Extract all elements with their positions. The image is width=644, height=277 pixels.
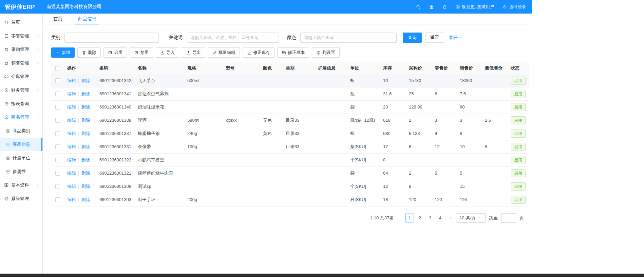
edit-link[interactable]: 编辑 [67,197,76,202]
sidebar-subitem-measure-unit[interactable]: 计量单位 [0,151,42,165]
correct-stock-button[interactable]: 修正库存 [243,47,274,58]
table-cell: 15 [456,180,481,193]
table-cell [222,193,260,206]
row-checkbox[interactable] [55,144,60,149]
logout-button[interactable]: 退出登录 [502,4,526,10]
row-checkbox[interactable] [55,105,60,110]
export-button[interactable]: 导出 [182,47,205,58]
sidebar-item-basic[interactable]: 基本资料 [0,178,42,192]
row-checkbox[interactable] [55,158,60,162]
disable-button[interactable]: 禁用 [130,47,153,58]
select-all-checkbox[interactable] [55,66,60,71]
table-cell [184,180,222,193]
edit-link[interactable]: 编辑 [67,104,76,110]
row-checkbox[interactable] [55,92,60,96]
table-cell [260,180,282,193]
delete-link[interactable]: 删除 [81,144,90,149]
tab-home[interactable]: 首页 [53,14,62,24]
sidebar-item-home[interactable]: 首页 [0,16,42,29]
page-button-2[interactable]: 2 [415,214,424,222]
cost-icon [282,51,286,55]
topbar-actions: 欢迎您, 测试用户 退出登录 [416,4,532,10]
sidebar-item-report[interactable]: 报表查询 [0,97,42,111]
bell-icon[interactable] [442,4,447,9]
jump-page-input[interactable] [501,213,516,223]
sidebar-item-purchase[interactable]: 采购管理 [0,43,42,56]
page-size-select[interactable]: 10 条/页 [456,213,486,223]
bank-icon[interactable] [429,4,434,9]
prev-page-button[interactable] [397,216,401,220]
expand-toggle[interactable]: 展开 [449,35,462,41]
correct-cost-button[interactable]: 修正成本 [277,47,309,58]
table-cell: 电子手环 [134,193,184,206]
column-settings-button[interactable]: 列设置 [312,47,340,58]
table-cell: 瓶 [347,127,380,140]
enable-icon [108,51,112,55]
next-page-button[interactable] [449,216,453,220]
keyword-input[interactable] [187,33,279,43]
table-cell: 3 [431,114,456,127]
search-button[interactable]: 查询 [403,33,422,43]
table-cell [260,193,282,206]
welcome-user[interactable]: 欢迎您, 测试用户 [455,4,494,10]
delete-link[interactable]: 删除 [81,197,90,202]
stock-icon [247,51,251,55]
table-cell [481,127,507,140]
edit-link[interactable]: 编辑 [67,171,76,176]
table-cell [431,74,456,87]
sidebar-item-product[interactable]: 商品管理 [0,111,42,124]
table-cell: 啤酒 [134,114,184,127]
tab-product-info[interactable]: 商品信息 [78,14,96,24]
sidebar-subitem-product-info[interactable]: 商品信息 [0,138,42,151]
sidebar-item-warehouse[interactable]: 仓库管理 [0,70,42,83]
delete-button[interactable]: 删除 [77,47,101,58]
color-label: 颜色: [287,35,298,41]
sidebar-item-finance[interactable]: 财务管理 [0,83,42,97]
row-checkbox[interactable] [55,78,60,83]
category-select[interactable] [64,33,159,43]
enable-button[interactable]: 启用 [103,47,127,58]
row-checkbox[interactable] [55,131,60,136]
delete-link[interactable]: 删除 [81,184,90,189]
edit-link[interactable]: 编辑 [67,91,76,96]
button-label: 新增 [62,50,70,56]
add-button[interactable]: 新增 [51,47,75,58]
reset-button[interactable]: 重置 [425,33,444,43]
page-button-3[interactable]: 3 [425,214,434,222]
edit-link[interactable]: 编辑 [67,184,76,189]
sidebar-subitem-multi-attribute[interactable]: 多属性 [0,165,42,178]
delete-link[interactable]: 删除 [81,78,90,83]
column-header: 最低售价 [481,62,507,74]
delete-link[interactable]: 删除 [81,91,90,96]
search-icon[interactable] [416,4,421,9]
edit-link[interactable]: 编辑 [67,118,76,123]
table-cell: 康师傅红烧牛肉面 [134,166,184,180]
page-button-1[interactable]: 1 [405,214,414,222]
chevron-down-icon [36,48,39,51]
edit-link[interactable]: 编辑 [67,157,76,162]
sidebar-item-system[interactable]: 系统管理 [0,192,42,205]
delete-link[interactable]: 删除 [81,104,90,110]
batch-edit-button[interactable]: 批量编辑 [208,47,240,58]
import-button[interactable]: 导入 [156,47,179,58]
delete-link[interactable]: 删除 [81,131,90,136]
chevron-down-icon [36,34,39,38]
row-checkbox[interactable] [55,197,60,202]
delete-link[interactable]: 删除 [81,157,90,162]
table-cell: 6901236301340 [96,100,134,114]
status-cell: 启用 [507,114,529,127]
sidebar-item-retail[interactable]: 零售管理 [0,29,42,43]
page-button-4[interactable]: 4 [436,214,444,222]
row-checkbox[interactable] [55,118,60,123]
color-input[interactable] [300,33,397,43]
top-header: 管伊佳ERP 南通某某网络科技有限公司 欢迎您, 测试用户 退出登录 [0,0,532,14]
sidebar-subitem-product-category[interactable]: 商品类别 [0,124,42,138]
row-checkbox[interactable] [55,184,60,189]
sidebar-item-sales[interactable]: 销售管理 [0,56,42,70]
delete-link[interactable]: 删除 [81,171,90,176]
row-checkbox[interactable] [55,171,60,176]
edit-link[interactable]: 编辑 [67,131,76,136]
edit-link[interactable]: 编辑 [67,144,76,149]
edit-link[interactable]: 编辑 [67,78,76,83]
delete-link[interactable]: 删除 [81,118,90,123]
